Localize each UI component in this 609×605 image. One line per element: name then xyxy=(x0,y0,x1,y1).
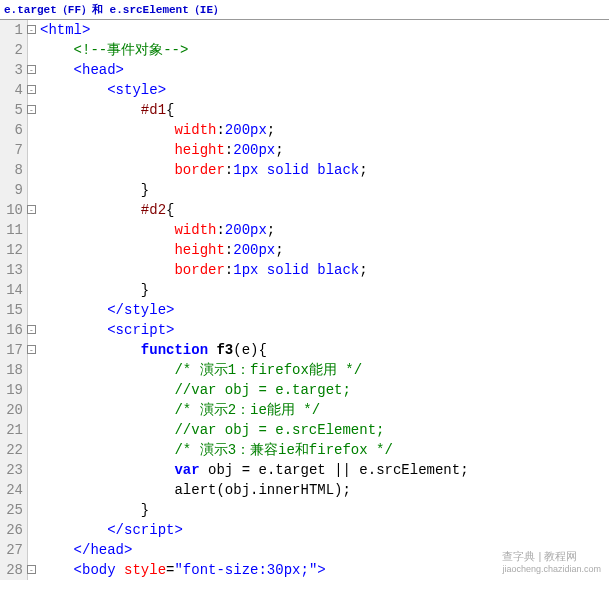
code-line: /* 演示1：firefox能用 */ xyxy=(40,360,609,380)
code-line: #d1{ xyxy=(40,100,609,120)
line-number: 6 xyxy=(0,120,27,140)
line-number: 21 xyxy=(0,420,27,440)
code-line: alert(obj.innerHTML); xyxy=(40,480,609,500)
header-text: e.target（FF）和 e.srcElement（IE） xyxy=(0,0,609,19)
line-number: 3- xyxy=(0,60,27,80)
line-number: 27 xyxy=(0,540,27,560)
line-number: 5- xyxy=(0,100,27,120)
line-number: 20 xyxy=(0,400,27,420)
line-number-gutter: 1-23-4-5-678910-111213141516-17-18192021… xyxy=(0,20,28,580)
code-line: width:200px; xyxy=(40,220,609,240)
code-line: </style> xyxy=(40,300,609,320)
code-line: height:200px; xyxy=(40,240,609,260)
code-line: function f3(e){ xyxy=(40,340,609,360)
fold-marker-icon[interactable]: - xyxy=(27,325,36,334)
fold-marker-icon[interactable]: - xyxy=(27,345,36,354)
line-number: 9 xyxy=(0,180,27,200)
line-number: 8 xyxy=(0,160,27,180)
fold-marker-icon[interactable]: - xyxy=(27,565,36,574)
line-number: 18 xyxy=(0,360,27,380)
code-line: <style> xyxy=(40,80,609,100)
fold-marker-icon[interactable]: - xyxy=(27,205,36,214)
line-number: 7 xyxy=(0,140,27,160)
fold-marker-icon[interactable]: - xyxy=(27,85,36,94)
code-line: <head> xyxy=(40,60,609,80)
code-line: /* 演示2：ie能用 */ xyxy=(40,400,609,420)
line-number: 26 xyxy=(0,520,27,540)
code-content[interactable]: <html> <!--事件对象--> <head> <style> #d1{ w… xyxy=(28,20,609,580)
line-number: 12 xyxy=(0,240,27,260)
line-number: 16- xyxy=(0,320,27,340)
code-line: <body style="font-size:30px;"> xyxy=(40,560,609,580)
line-number: 13 xyxy=(0,260,27,280)
code-line: //var obj = e.target; xyxy=(40,380,609,400)
code-line: border:1px solid black; xyxy=(40,260,609,280)
line-number: 10- xyxy=(0,200,27,220)
code-line: width:200px; xyxy=(40,120,609,140)
fold-marker-icon[interactable]: - xyxy=(27,65,36,74)
line-number: 17- xyxy=(0,340,27,360)
line-number: 24 xyxy=(0,480,27,500)
code-line: border:1px solid black; xyxy=(40,160,609,180)
line-number: 22 xyxy=(0,440,27,460)
line-number: 4- xyxy=(0,80,27,100)
code-line: } xyxy=(40,280,609,300)
code-line: } xyxy=(40,500,609,520)
line-number: 2 xyxy=(0,40,27,60)
code-line: /* 演示3：兼容ie和firefox */ xyxy=(40,440,609,460)
line-number: 28- xyxy=(0,560,27,580)
fold-marker-icon[interactable]: - xyxy=(27,105,36,114)
line-number: 25 xyxy=(0,500,27,520)
fold-marker-icon[interactable]: - xyxy=(27,25,36,34)
line-number: 23 xyxy=(0,460,27,480)
code-editor: 1-23-4-5-678910-111213141516-17-18192021… xyxy=(0,19,609,580)
line-number: 11 xyxy=(0,220,27,240)
code-line: height:200px; xyxy=(40,140,609,160)
line-number: 19 xyxy=(0,380,27,400)
code-line: var obj = e.target || e.srcElement; xyxy=(40,460,609,480)
line-number: 1- xyxy=(0,20,27,40)
code-line: #d2{ xyxy=(40,200,609,220)
code-line: } xyxy=(40,180,609,200)
code-line: </head> xyxy=(40,540,609,560)
code-line: <script> xyxy=(40,320,609,340)
code-line: //var obj = e.srcElement; xyxy=(40,420,609,440)
code-line: <html> xyxy=(40,20,609,40)
code-line: <!--事件对象--> xyxy=(40,40,609,60)
code-line: </script> xyxy=(40,520,609,540)
line-number: 14 xyxy=(0,280,27,300)
line-number: 15 xyxy=(0,300,27,320)
